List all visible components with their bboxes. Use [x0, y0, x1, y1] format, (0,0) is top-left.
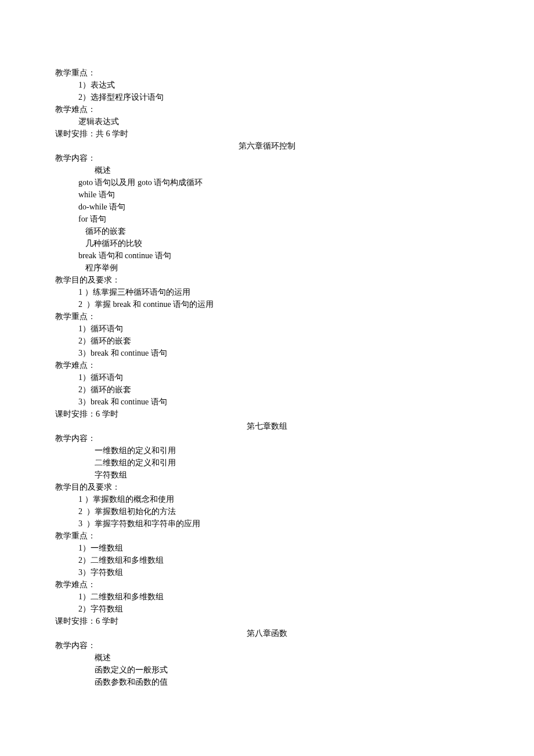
document-body: 教学重点：1）表达式2）选择型程序设计语句教学难点：逻辑表达式课时安排：共 6 … [55, 67, 479, 688]
text-line: 3 ）掌握字符数组和字符串的应用 [55, 518, 479, 530]
text-line: 教学难点： [55, 578, 479, 591]
text-line: 教学重点： [55, 310, 479, 323]
text-line: 教学重点： [55, 67, 479, 79]
text-line: 程序举例 [55, 262, 479, 274]
text-line: 函数参数和函数的值 [55, 676, 479, 688]
text-line: for 语句 [55, 213, 479, 225]
text-line: 概述 [55, 652, 479, 664]
text-line: 二维数组的定义和引用 [55, 457, 479, 469]
text-line: 教学内容： [55, 432, 479, 444]
text-line: while 语句 [55, 189, 479, 201]
text-line: 2）选择型程序设计语句 [55, 91, 479, 103]
text-line: 概述 [55, 164, 479, 176]
text-line: 1 ）掌握数组的概念和使用 [55, 493, 479, 505]
text-line: 教学目的及要求： [55, 481, 479, 493]
text-line: 1）表达式 [55, 79, 479, 91]
text-line: do-while 语句 [55, 201, 479, 213]
text-line: break 语句和 continue 语句 [55, 249, 479, 262]
text-line: 函数定义的一般形式 [55, 664, 479, 676]
text-line: 2）循环的嵌套 [55, 384, 479, 396]
text-line: 循环的嵌套 [55, 225, 479, 237]
text-line: 教学难点： [55, 103, 479, 115]
text-line: 2）二维数组和多维数组 [55, 554, 479, 566]
text-line: 1）循环语句 [55, 323, 479, 335]
text-line: 1）循环语句 [55, 371, 479, 384]
text-line: 第七章数组 [55, 420, 479, 432]
text-line: 课时安排：6 学时 [55, 408, 479, 420]
text-line: 1）二维数组和多维数组 [55, 591, 479, 603]
text-line: 2 ）掌握数组初始化的方法 [55, 505, 479, 518]
text-line: 教学内容： [55, 639, 479, 652]
text-line: 课时安排：共 6 学时 [55, 128, 479, 140]
text-line: 3）break 和 continue 语句 [55, 347, 479, 359]
text-line: 1 ）练掌握三种循环语句的运用 [55, 286, 479, 298]
text-line: 2）循环的嵌套 [55, 335, 479, 347]
text-line: goto 语句以及用 goto 语句构成循环 [55, 176, 479, 189]
text-line: 第六章循环控制 [55, 140, 479, 152]
text-line: 3）break 和 continue 语句 [55, 396, 479, 408]
text-line: 1）一维数组 [55, 542, 479, 554]
text-line: 教学内容： [55, 152, 479, 164]
text-line: 字符数组 [55, 469, 479, 481]
text-line: 3）字符数组 [55, 566, 479, 578]
text-line: 一维数组的定义和引用 [55, 444, 479, 457]
text-line: 教学目的及要求： [55, 274, 479, 286]
text-line: 课时安排：6 学时 [55, 615, 479, 627]
text-line: 2 ）掌握 break 和 continue 语句的运用 [55, 298, 479, 310]
text-line: 第八章函数 [55, 627, 479, 639]
text-line: 教学重点： [55, 530, 479, 542]
text-line: 几种循环的比较 [55, 237, 479, 249]
text-line: 教学难点： [55, 359, 479, 371]
document-page: 教学重点：1）表达式2）选择型程序设计语句教学难点：逻辑表达式课时安排：共 6 … [0, 0, 534, 756]
text-line: 2）字符数组 [55, 603, 479, 615]
text-line: 逻辑表达式 [55, 115, 479, 128]
